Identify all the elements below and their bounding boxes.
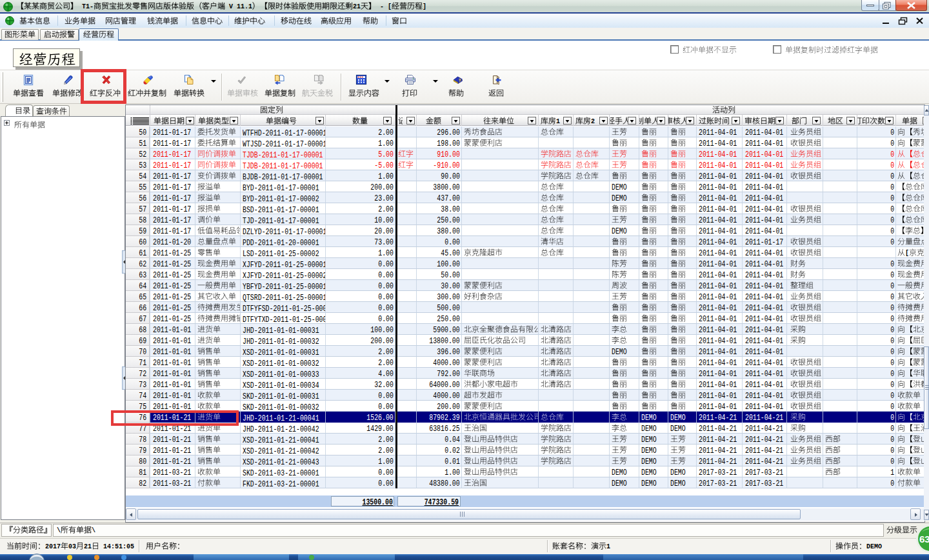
svg-text:[: [ — [905, 250, 909, 257]
svg-text:1: 1 — [606, 543, 610, 550]
svg-text:]: ] — [423, 3, 426, 10]
svg-text:\: \ — [57, 527, 61, 534]
svg-text:[: [ — [388, 3, 392, 10]
svg-text:63: 63 — [919, 534, 929, 545]
svg-text:T1-: T1- — [82, 3, 94, 10]
svg-text:2: 2 — [591, 118, 595, 125]
svg-text:-: - — [380, 3, 384, 10]
svg-text:21: 21 — [353, 3, 361, 10]
svg-text:V: V — [229, 3, 234, 10]
svg-text:\: \ — [92, 527, 95, 534]
svg-text:2017: 2017 — [45, 543, 61, 550]
svg-text:DEMO: DEMO — [866, 543, 882, 550]
svg-text:14:51:05: 14:51:05 — [103, 543, 134, 550]
svg-text:03: 03 — [68, 543, 76, 550]
svg-text:11.1: 11.1 — [237, 3, 252, 10]
svg-text:1: 1 — [556, 118, 560, 125]
svg-text:21: 21 — [84, 543, 92, 550]
